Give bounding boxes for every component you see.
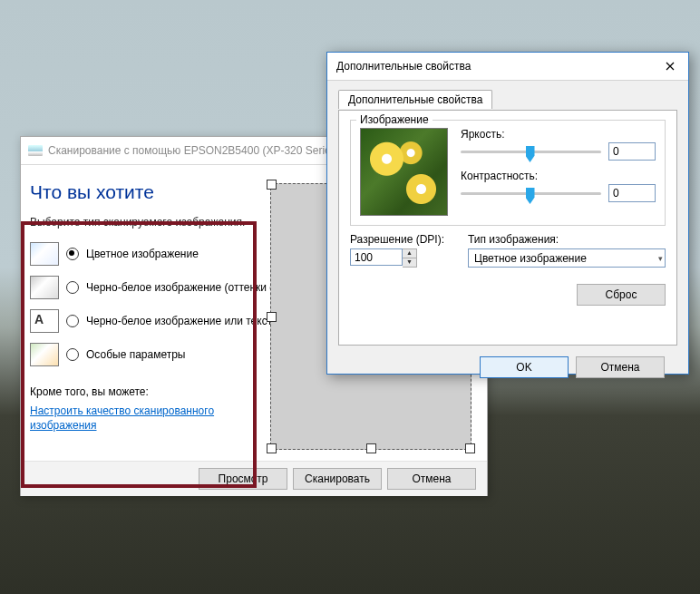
close-icon: [666, 62, 675, 71]
dpi-spinner[interactable]: ▲ ▼: [350, 248, 450, 268]
option-color[interactable]: Цветное изображение: [30, 241, 258, 267]
option-color-label: Цветное изображение: [86, 248, 199, 260]
radio-color[interactable]: [66, 248, 79, 260]
custom-settings-icon: [30, 343, 59, 366]
option-bw-label: Черно-белое изображение или текст: [86, 315, 272, 327]
preview-thumbnail: [360, 128, 448, 216]
contrast-label: Контрастность:: [461, 170, 656, 182]
slider-thumb-icon[interactable]: [526, 188, 535, 204]
radio-grayscale[interactable]: [66, 281, 79, 294]
preview-button[interactable]: Просмотр: [199, 468, 287, 490]
crop-handle[interactable]: [465, 443, 475, 453]
tab-page: Изображение Яркость: 0 Контрастность:: [338, 110, 677, 346]
adv-titlebar[interactable]: Дополнительные свойства: [327, 53, 688, 81]
advanced-properties-dialog: Дополнительные свойства Дополнительные с…: [326, 52, 689, 375]
contrast-slider[interactable]: [461, 185, 601, 201]
dpi-label: Разрешение (DPI):: [350, 233, 450, 246]
chevron-down-icon: ▾: [658, 254, 663, 263]
radio-bw[interactable]: [66, 315, 79, 327]
crop-handle[interactable]: [267, 443, 277, 453]
option-bw[interactable]: Черно-белое изображение или текст: [30, 308, 258, 334]
brightness-value[interactable]: 0: [608, 142, 656, 161]
crop-handle[interactable]: [267, 180, 277, 190]
image-type-combobox[interactable]: Цветное изображение ▾: [468, 248, 666, 268]
scanner-icon: [28, 145, 43, 156]
image-type-value: Цветное изображение: [474, 252, 587, 265]
adv-cancel-button[interactable]: Отмена: [576, 356, 665, 378]
cancel-button[interactable]: Отмена: [387, 468, 476, 490]
scan-heading: Что вы хотите: [30, 181, 258, 203]
dpi-down-button[interactable]: ▼: [403, 258, 416, 267]
crop-handle[interactable]: [366, 443, 376, 453]
image-groupbox: Изображение Яркость: 0 Контрастность:: [350, 120, 666, 226]
ok-button[interactable]: OK: [480, 356, 569, 378]
tab-advanced-properties[interactable]: Дополнительные свойства: [338, 90, 492, 109]
dpi-input[interactable]: [350, 248, 403, 266]
contrast-value[interactable]: 0: [608, 184, 656, 202]
color-image-icon: [30, 242, 59, 266]
desktop: Сканирование с помощью EPSON2B5400 (XP-3…: [0, 0, 700, 594]
dpi-up-button[interactable]: ▲: [403, 249, 416, 258]
also-text: Кроме того, вы можете:: [30, 385, 258, 398]
bw-text-icon: [30, 309, 59, 333]
brightness-slider[interactable]: [461, 143, 601, 160]
adjust-quality-link[interactable]: Настроить качество сканированного изобра…: [30, 404, 258, 433]
image-type-label: Тип изображения:: [468, 233, 666, 246]
option-custom[interactable]: Особые параметры: [30, 342, 258, 367]
scan-button[interactable]: Сканировать: [293, 468, 382, 490]
scan-title: Сканирование с помощью EPSON2B5400 (XP-3…: [48, 144, 340, 157]
crop-handle[interactable]: [267, 312, 277, 322]
slider-thumb-icon[interactable]: [526, 146, 535, 162]
close-button[interactable]: [657, 56, 683, 76]
radio-custom[interactable]: [66, 348, 79, 361]
option-grayscale[interactable]: Черно-белое изображение (оттенки серого): [30, 275, 258, 300]
brightness-label: Яркость:: [461, 128, 656, 141]
reset-button[interactable]: Сброс: [577, 284, 666, 306]
option-custom-label: Особые параметры: [86, 348, 186, 361]
adv-title: Дополнительные свойства: [336, 60, 471, 73]
scan-button-bar: Просмотр Сканировать Отмена: [21, 461, 487, 496]
image-group-legend: Изображение: [356, 113, 433, 126]
grayscale-image-icon: [30, 276, 59, 299]
scan-subtext: Выберите тип сканируемого изображения.: [30, 216, 258, 229]
